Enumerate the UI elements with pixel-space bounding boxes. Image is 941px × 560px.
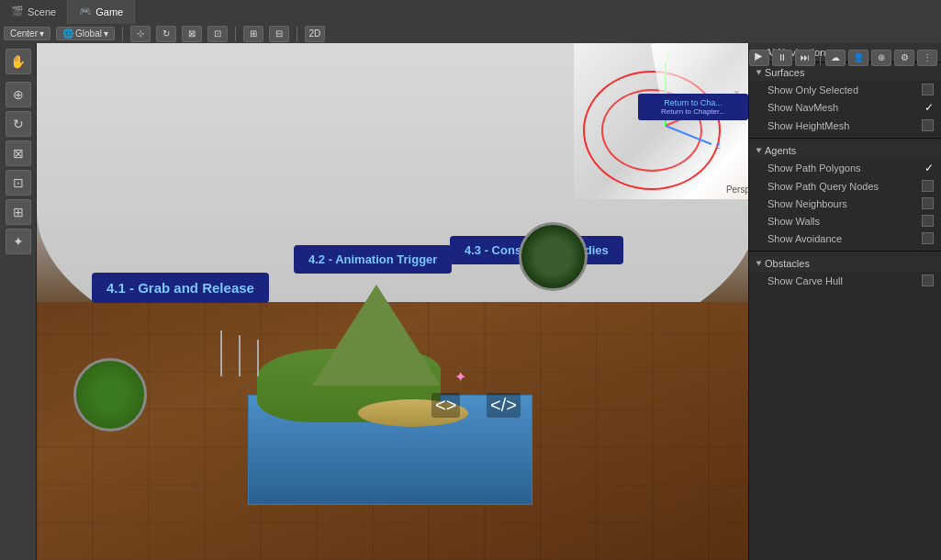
more-btn[interactable]: ⋮ bbox=[917, 50, 937, 66]
rect-tool-btn[interactable]: ⊡ bbox=[207, 26, 228, 42]
scene-background: 4.1 - Grab and Release 4.2 - Animation T… bbox=[37, 43, 757, 560]
scene-icon: 🎬 bbox=[11, 6, 24, 17]
toolbar-sep-3 bbox=[297, 27, 297, 41]
obstacles-section: Obstacles Show Carve Hull bbox=[749, 253, 941, 291]
custom-tool[interactable]: ✦ bbox=[6, 229, 31, 254]
toolbar-sep-2 bbox=[235, 27, 236, 41]
turbine-1-pole bbox=[220, 330, 222, 376]
hand-tool[interactable]: ✋ bbox=[6, 49, 31, 74]
scale-tool[interactable]: ⊠ bbox=[6, 140, 31, 166]
circle-thumb-grass bbox=[73, 358, 147, 431]
tab-bar: 🎬 Scene 🎮 Game bbox=[0, 0, 135, 24]
global-btn[interactable]: 🌐 Global ▾ bbox=[56, 27, 115, 40]
show-navmesh-check: ✓ bbox=[924, 101, 934, 114]
show-avoidance-checkbox[interactable] bbox=[922, 232, 934, 244]
show-path-query-nodes-item[interactable]: Show Path Query Nodes bbox=[749, 177, 941, 195]
layers-btn[interactable]: ⊛ bbox=[871, 50, 891, 66]
agents-section: Agents Show Path Polygons ✓ Show Path Qu… bbox=[749, 140, 941, 249]
toolbar-sep-4 bbox=[820, 50, 821, 65]
obstacles-label: Obstacles bbox=[765, 258, 810, 269]
show-path-query-nodes-checkbox[interactable] bbox=[922, 180, 934, 192]
center-label: Center bbox=[10, 28, 38, 39]
divider-1 bbox=[749, 138, 941, 139]
show-only-selected-label: Show Only Selected bbox=[767, 84, 858, 95]
svg-text:z: z bbox=[716, 140, 721, 151]
turbine-3-pole bbox=[257, 340, 259, 376]
return-card[interactable]: Return to Cha... Return to Chapter... bbox=[638, 94, 748, 120]
dropdown-icon: ▾ bbox=[39, 28, 44, 39]
toolbar-row: Center ▾ 🌐 Global ▾ ⊹ ↻ ⊠ ⊡ ⊞ ⊟ 2D ⯈ ⏸ ⏭… bbox=[0, 24, 941, 43]
show-neighbours-item[interactable]: Show Neighbours bbox=[749, 195, 941, 212]
left-sidebar: ✋ ⊕ ↻ ⊠ ⊡ ⊞ ✦ bbox=[0, 43, 37, 560]
agents-label: Agents bbox=[765, 145, 796, 156]
show-navmesh-label: Show NavMesh bbox=[767, 102, 838, 113]
obstacles-triangle bbox=[756, 262, 762, 266]
code-icon-left: <> bbox=[431, 393, 460, 418]
2d-btn[interactable]: 2D bbox=[305, 26, 325, 42]
show-path-query-nodes-label: Show Path Query Nodes bbox=[767, 181, 879, 192]
play-btn[interactable]: ⯈ bbox=[749, 50, 769, 66]
show-heightmesh-label: Show HeightMesh bbox=[767, 120, 849, 131]
global-icon: 🌐 bbox=[62, 28, 73, 39]
show-neighbours-checkbox[interactable] bbox=[922, 197, 934, 209]
return-sub: Return to Chapter... bbox=[645, 107, 741, 116]
show-heightmesh-item[interactable]: Show HeightMesh bbox=[749, 117, 941, 134]
snap-icon: ⊟ bbox=[275, 28, 283, 39]
surfaces-label: Surfaces bbox=[765, 67, 804, 78]
code-icon-right: </> bbox=[487, 393, 521, 418]
move-tool[interactable]: ⊕ bbox=[6, 82, 31, 107]
2d-label: 2D bbox=[309, 28, 321, 39]
show-heightmesh-checkbox[interactable] bbox=[922, 119, 934, 131]
toolbar-right: ⯈ ⏸ ⏭ ☁ 👤 ⊛ ⚙ ⋮ bbox=[749, 48, 941, 67]
show-navmesh-item[interactable]: Show NavMesh ✓ bbox=[749, 98, 941, 117]
show-neighbours-label: Show Neighbours bbox=[767, 198, 847, 209]
right-panel: ≡ AI Navigation Surfaces Show Only Selec… bbox=[748, 43, 941, 560]
tab-scene[interactable]: 🎬 Scene bbox=[0, 0, 68, 24]
position-marker: ✦ bbox=[454, 368, 466, 386]
show-carve-hull-checkbox[interactable] bbox=[922, 274, 934, 286]
global-dropdown-icon: ▾ bbox=[104, 28, 108, 39]
agents-header[interactable]: Agents bbox=[749, 142, 941, 159]
show-carve-hull-item[interactable]: Show Carve Hull bbox=[749, 272, 941, 289]
top-toolbar: 🎬 Scene 🎮 Game Center ▾ 🌐 Global ▾ ⊹ ↻ ⊠… bbox=[0, 0, 941, 43]
global-label: Global bbox=[75, 28, 102, 39]
collab-btn[interactable]: ☁ bbox=[825, 50, 846, 66]
show-only-selected-checkbox[interactable] bbox=[922, 84, 934, 95]
show-walls-item[interactable]: Show Walls bbox=[749, 212, 941, 230]
main-3d-view[interactable]: 4.1 - Grab and Release 4.2 - Animation T… bbox=[37, 43, 757, 560]
transform-tool[interactable]: ⊞ bbox=[6, 199, 31, 225]
obstacles-header[interactable]: Obstacles bbox=[749, 255, 941, 272]
game-icon: 🎮 bbox=[79, 6, 92, 17]
scale-tool-btn[interactable]: ⊠ bbox=[182, 26, 202, 42]
svg-line-2 bbox=[666, 126, 711, 144]
move-tool-btn[interactable]: ⊹ bbox=[130, 26, 151, 42]
mountain-peak bbox=[312, 285, 441, 386]
terrain-container bbox=[239, 266, 542, 505]
persp-label: Persp bbox=[726, 185, 750, 195]
account-btn[interactable]: 👤 bbox=[848, 50, 868, 66]
rect-tool[interactable]: ⊡ bbox=[6, 170, 31, 196]
step-btn[interactable]: ⏭ bbox=[795, 50, 815, 66]
surfaces-section: Surfaces Show Only Selected Show NavMesh… bbox=[749, 62, 941, 136]
grid-icon: ⊞ bbox=[250, 28, 257, 39]
show-avoidance-label: Show Avoidance bbox=[767, 233, 842, 244]
minimap-area: x y z Persp bbox=[574, 43, 757, 199]
rotate-tool-btn[interactable]: ↻ bbox=[156, 26, 176, 42]
show-path-polygons-check: ✓ bbox=[924, 162, 934, 174]
tab-game[interactable]: 🎮 Game bbox=[68, 0, 135, 24]
turbine-2-pole bbox=[239, 335, 241, 376]
show-carve-hull-label: Show Carve Hull bbox=[767, 275, 843, 286]
pause-btn[interactable]: ⏸ bbox=[772, 50, 792, 66]
settings-btn[interactable]: ⚙ bbox=[894, 50, 914, 66]
toolbar-sep-1 bbox=[122, 27, 123, 41]
rotate-tool[interactable]: ↻ bbox=[6, 111, 31, 137]
show-walls-checkbox[interactable] bbox=[922, 215, 934, 227]
snap-btn[interactable]: ⊟ bbox=[269, 26, 289, 42]
show-only-selected-item[interactable]: Show Only Selected bbox=[749, 81, 941, 98]
show-path-polygons-item[interactable]: Show Path Polygons ✓ bbox=[749, 159, 941, 177]
center-btn[interactable]: Center ▾ bbox=[4, 27, 50, 40]
show-path-polygons-label: Show Path Polygons bbox=[767, 162, 861, 174]
grid-btn[interactable]: ⊞ bbox=[243, 26, 263, 42]
show-avoidance-item[interactable]: Show Avoidance bbox=[749, 230, 941, 247]
tab-game-label: Game bbox=[95, 6, 123, 17]
